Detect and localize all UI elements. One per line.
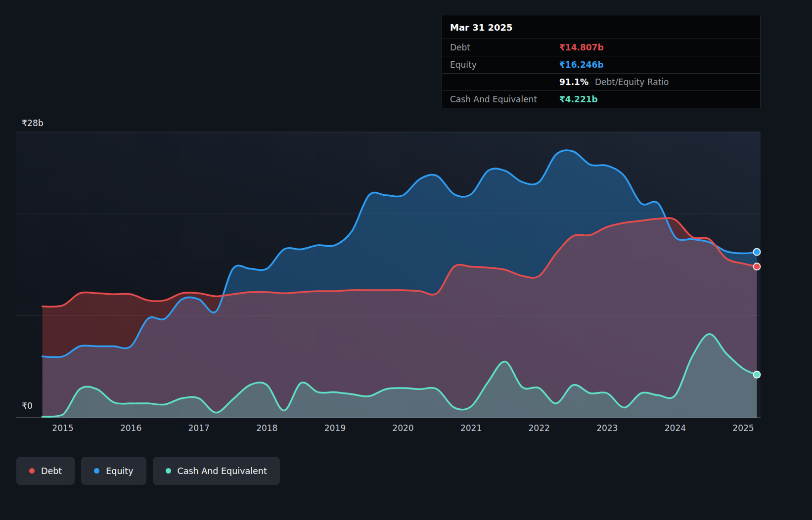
tooltip-debt-row: Debt ₹14.807b [442,39,760,56]
x-tick-label: 2023 [591,423,623,433]
x-tick-label: 2016 [115,423,147,433]
chart-legend: Debt Equity Cash And Equivalent [16,457,280,485]
tooltip-equity-label: Equity [450,60,559,70]
tooltip-cash-value: ₹4.221b [559,94,598,104]
x-tick-label: 2024 [659,423,691,433]
tooltip-date: Mar 31 2025 [442,15,760,39]
tooltip-debt-label: Debt [450,43,559,52]
tooltip-ratio-value: 91.1% Debt/Equity Ratio [559,77,669,87]
legend-item-equity[interactable]: Equity [81,457,146,485]
x-tick-label: 2021 [455,423,487,433]
tooltip-equity-row: Equity ₹16.246b [442,56,760,73]
chart-tooltip: Mar 31 2025 Debt ₹14.807b Equity ₹16.246… [442,15,761,108]
legend-cash-label: Cash And Equivalent [178,466,267,476]
x-tick-label: 2017 [183,423,215,433]
legend-item-cash[interactable]: Cash And Equivalent [153,457,280,485]
y-axis-max-label: ₹28b [22,118,44,128]
debt-dot-icon [29,468,35,474]
equity-dot-icon [94,468,99,474]
debt-equity-ratio-value: 91.1% [559,77,588,87]
series-end-marker [754,249,761,256]
legend-debt-label: Debt [41,466,62,476]
tooltip-ratio-row: 91.1% Debt/Equity Ratio [442,73,760,90]
legend-item-debt[interactable]: Debt [16,457,75,485]
y-axis-zero-label: ₹0 [22,401,33,411]
x-tick-label: 2018 [251,423,283,433]
x-tick-label: 2019 [319,423,351,433]
cash-dot-icon [166,468,171,474]
tooltip-equity-value: ₹16.246b [559,60,604,70]
x-tick-label: 2015 [47,423,79,433]
debt-equity-ratio-label: Debt/Equity Ratio [595,77,669,87]
x-tick-label: 2022 [523,423,555,433]
series-end-marker [754,371,761,378]
x-tick-label: 2025 [727,423,759,433]
tooltip-debt-value: ₹14.807b [559,43,604,52]
legend-equity-label: Equity [106,466,133,476]
tooltip-cash-label: Cash And Equivalent [450,94,559,104]
tooltip-cash-row: Cash And Equivalent ₹4.221b [442,90,760,108]
x-tick-label: 2020 [387,423,419,433]
series-end-marker [754,263,761,270]
